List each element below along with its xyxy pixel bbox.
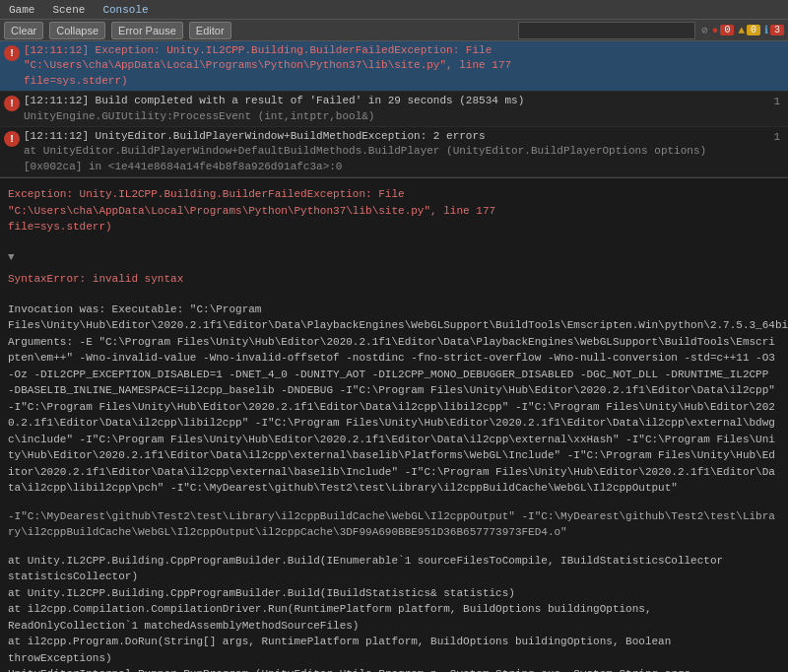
menu-bar: Game Scene Console — [0, 0, 788, 20]
clear-button[interactable]: Clear — [4, 22, 43, 39]
info-icon-small: ℹ — [764, 24, 768, 36]
error-icon-1: ! — [4, 45, 20, 61]
syntax-error-section: SyntaxError: invalid syntax — [8, 271, 780, 288]
stacktrace-line-3: at il2cpp.Compilation.CompilationDriver.… — [8, 601, 780, 634]
no-messages-icon: ⊘ — [701, 24, 708, 36]
exception-text-2: file=sys.stderr) — [8, 221, 112, 233]
log-count-2: 1 — [769, 94, 784, 109]
log-count-icons: ⊘ ● 0 ▲ 0 ℹ 3 — [701, 24, 784, 36]
log-text-3: [12:11:12] UnityEditor.BuildPlayerWindow… — [24, 129, 769, 174]
log-entry-2[interactable]: ! [12:11:12] Build completed with a resu… — [0, 92, 788, 127]
stacktrace-section: at Unity.IL2CPP.Building.CppProgramBuild… — [8, 553, 780, 672]
additional-args: -I"C:\MyDearest\github\Test2\test\Librar… — [8, 508, 780, 541]
syntax-error-text: SyntaxError: invalid syntax — [8, 273, 183, 285]
toolbar: Clear Collapse Error Pause Editor ⊘ ● 0 … — [0, 20, 788, 41]
error-icon-3: ! — [4, 131, 20, 147]
info-count: 3 — [770, 25, 784, 35]
detail-area[interactable]: Exception: Unity.IL2CPP.Building.Builder… — [0, 177, 788, 672]
editor-button[interactable]: Editor — [189, 22, 231, 39]
warning-count-badge: ▲ 0 — [738, 25, 760, 36]
error-pause-button[interactable]: Error Pause — [111, 22, 183, 39]
invocation-section: Invocation was: Executable: "C:\Program … — [8, 302, 780, 497]
log-entry-3[interactable]: ! [12:11:12] UnityEditor.BuildPlayerWind… — [0, 127, 788, 177]
menu-console[interactable]: Console — [99, 4, 151, 16]
stacktrace-line-2: at Unity.IL2CPP.Building.CppProgramBuild… — [8, 585, 780, 602]
stacktrace-line-4: at il2cpp.Program.DoRun(String[] args, R… — [8, 634, 780, 666]
log-count-1 — [776, 43, 784, 47]
exception-detail: Exception: Unity.IL2CPP.Building.Builder… — [8, 186, 780, 235]
arguments-text: Arguments: -E "C:\Program Files\Unity\Hu… — [8, 336, 775, 495]
log-text-1: [12:11:12] Exception: Unity.IL2CPP.Build… — [24, 43, 776, 89]
exception-text-1: Exception: Unity.IL2CPP.Building.Builder… — [8, 188, 495, 217]
log-count-3: 1 — [769, 129, 784, 145]
info-count-badge: ℹ 3 — [764, 24, 784, 36]
error-count-badge: ● 0 — [712, 25, 735, 36]
collapse-button[interactable]: Collapse — [49, 22, 105, 39]
menu-scene[interactable]: Scene — [49, 4, 88, 16]
search-input[interactable] — [518, 22, 695, 39]
console-area: ! [12:11:12] Exception: Unity.IL2CPP.Bui… — [0, 41, 788, 672]
menu-game[interactable]: Game — [6, 4, 37, 16]
warning-count: 0 — [747, 25, 760, 35]
log-entry-1[interactable]: ! [12:11:12] Exception: Unity.IL2CPP.Bui… — [0, 41, 788, 92]
warning-icon-small: ▲ — [738, 25, 745, 36]
log-text-2: [12:11:12] Build completed with a result… — [24, 94, 769, 124]
expand-section: ▼ — [8, 249, 780, 266]
stacktrace-line-1: at Unity.IL2CPP.Building.CppProgramBuild… — [8, 553, 780, 585]
stacktrace-line-5: UnityEditorInternal.Runner.RunProgram (U… — [8, 666, 780, 672]
error-count: 0 — [720, 25, 734, 35]
invocation-text: Invocation was: Executable: "C:\Program … — [8, 303, 788, 332]
error-icon-2: ! — [4, 96, 20, 111]
error-icon-small: ● — [712, 25, 719, 36]
extra-args-text: -I"C:\MyDearest\github\Test2\test\Librar… — [8, 510, 775, 539]
chevron-down-icon: ▼ — [8, 251, 15, 263]
